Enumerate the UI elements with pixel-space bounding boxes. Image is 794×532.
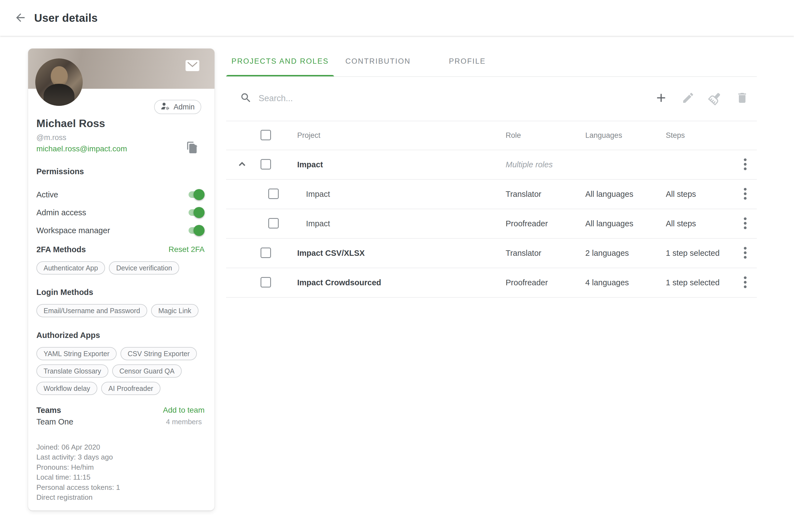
permissions-list: Active Admin access Workspace mana — [36, 186, 206, 240]
row-checkbox[interactable] — [261, 248, 271, 258]
permission-row: Admin access — [36, 204, 206, 222]
permission-toggle[interactable] — [187, 189, 205, 200]
kebab-icon — [743, 256, 747, 260]
back-button[interactable] — [12, 9, 29, 27]
permission-toggle[interactable] — [187, 225, 205, 236]
cell-project: Impact CSV/XLSX — [285, 249, 502, 258]
column-header-languages: Languages — [582, 131, 662, 140]
page-title: User details — [34, 12, 98, 24]
login-method-chips: Email/Username and PasswordMagic Link — [36, 304, 207, 317]
user-meta-line: Personal access tokens: 1 — [36, 482, 120, 492]
collapse-row-button[interactable] — [235, 158, 249, 171]
cell-project: Impact Crowdsourced — [285, 278, 502, 287]
admin-badge: Admin — [154, 100, 201, 114]
clear-roles-button[interactable] — [706, 90, 724, 107]
reset-2fa-link[interactable]: Reset 2FA — [168, 245, 205, 254]
chevron-up-icon — [236, 167, 248, 171]
envelope-icon — [185, 69, 200, 73]
authorized-app-chip: YAML String Exporter — [36, 347, 117, 360]
row-checkbox[interactable] — [261, 159, 271, 170]
row-menu-button[interactable] — [742, 156, 749, 173]
row-checkbox[interactable] — [261, 277, 271, 287]
cell-languages: 4 languages — [582, 278, 662, 287]
admin-user-gear-icon — [161, 102, 170, 112]
authorized-apps-heading: Authorized Apps — [36, 331, 100, 340]
user-meta-line: Joined: 06 Apr 2020 — [36, 442, 120, 452]
select-all-checkbox[interactable] — [261, 130, 271, 140]
twofa-chips: Authenticator AppDevice verification — [36, 261, 207, 274]
user-meta-info: Joined: 06 Apr 2020Last activity: 3 days… — [36, 442, 120, 502]
pencil-icon — [681, 91, 695, 105]
login-method-chip: Magic Link — [151, 304, 198, 317]
search-box — [240, 92, 543, 105]
authorized-app-chip: Workflow delay — [36, 382, 97, 395]
authorized-app-chip: Translate Glossary — [36, 364, 108, 378]
search-icon — [240, 92, 252, 105]
send-email-button[interactable] — [185, 59, 200, 73]
table-row[interactable]: Impact Multiple roles — [226, 150, 757, 180]
delete-button[interactable] — [734, 90, 751, 107]
user-name: Michael Ross — [36, 117, 105, 130]
cell-role: Proofreader — [502, 219, 582, 228]
authorized-app-chips: YAML String ExporterCSV String ExporterT… — [36, 347, 207, 395]
broom-icon — [706, 89, 724, 107]
twofa-heading: 2FA Methods — [36, 245, 86, 254]
edit-button[interactable] — [680, 90, 697, 107]
row-checkbox[interactable] — [268, 189, 279, 199]
tab-label: CONTRIBUTION — [345, 57, 411, 65]
add-button[interactable] — [653, 90, 670, 107]
table-toolbar — [226, 77, 757, 121]
teams-heading: Teams — [36, 406, 61, 415]
tab-label: PROJECTS AND ROLES — [231, 57, 329, 65]
login-methods-heading: Login Methods — [36, 288, 93, 297]
add-to-team-link[interactable]: Add to team — [163, 406, 205, 415]
permission-label: Workspace manager — [36, 226, 110, 235]
permissions-heading: Permissions — [36, 167, 84, 176]
cell-role: Proofreader — [502, 278, 582, 287]
toggle-thumb — [193, 207, 205, 218]
details-panel: PROJECTS AND ROLES CONTRIBUTION PROFILE — [226, 36, 757, 298]
kebab-icon — [743, 197, 747, 201]
twofa-chip: Authenticator App — [36, 261, 105, 274]
tab[interactable]: PROJECTS AND ROLES — [226, 46, 334, 77]
table-row[interactable]: Impact Crowdsourced Proofreader 4 langua… — [226, 268, 757, 298]
authorized-app-chip: AI Proofreader — [101, 382, 160, 395]
column-header-role: Role — [502, 131, 582, 140]
table-row[interactable]: Impact Proofreader All languages All ste… — [226, 209, 757, 239]
user-meta-line: Direct registration — [36, 492, 120, 502]
tab-bar: PROJECTS AND ROLES CONTRIBUTION PROFILE — [226, 36, 757, 77]
permission-toggle[interactable] — [187, 207, 205, 218]
row-checkbox[interactable] — [268, 218, 279, 229]
search-input[interactable] — [258, 93, 507, 103]
trash-icon — [736, 91, 749, 105]
toggle-thumb — [193, 189, 205, 200]
authorized-app-chip: Censor Guard QA — [112, 364, 182, 378]
user-email-link[interactable]: michael.ross@impact.com — [36, 145, 127, 153]
table-header-row: Project Role Languages Steps — [226, 121, 757, 150]
permission-row: Workspace manager — [36, 222, 206, 240]
plus-icon — [654, 91, 668, 106]
cell-steps: All steps — [662, 219, 733, 228]
row-menu-button[interactable] — [742, 274, 749, 291]
avatar — [35, 58, 83, 106]
copy-email-button[interactable] — [185, 140, 199, 155]
row-menu-button[interactable] — [742, 215, 749, 232]
authorized-app-chip: CSV String Exporter — [120, 347, 197, 360]
row-menu-button[interactable] — [742, 245, 749, 262]
table-row[interactable]: Impact Translator All languages All step… — [226, 180, 757, 209]
admin-badge-label: Admin — [173, 103, 195, 111]
cell-steps: 1 step selected — [662, 278, 733, 287]
tab[interactable]: CONTRIBUTION — [334, 46, 422, 77]
user-details-page: User details Admin Michael Ross @m.ross — [0, 0, 794, 532]
back-arrow-icon — [14, 11, 27, 25]
permission-row: Active — [36, 186, 206, 204]
projects-table: Project Role Languages Steps — [226, 121, 757, 298]
column-header-project: Project — [285, 131, 502, 140]
cell-steps: All steps — [662, 190, 733, 199]
row-menu-button[interactable] — [742, 186, 749, 203]
tab[interactable]: PROFILE — [422, 46, 513, 77]
toggle-thumb — [193, 225, 205, 236]
team-members-count: 4 members — [166, 418, 205, 426]
table-row[interactable]: Impact CSV/XLSX Translator 2 languages 1… — [226, 239, 757, 268]
team-row[interactable]: Team One 4 members — [36, 417, 205, 426]
